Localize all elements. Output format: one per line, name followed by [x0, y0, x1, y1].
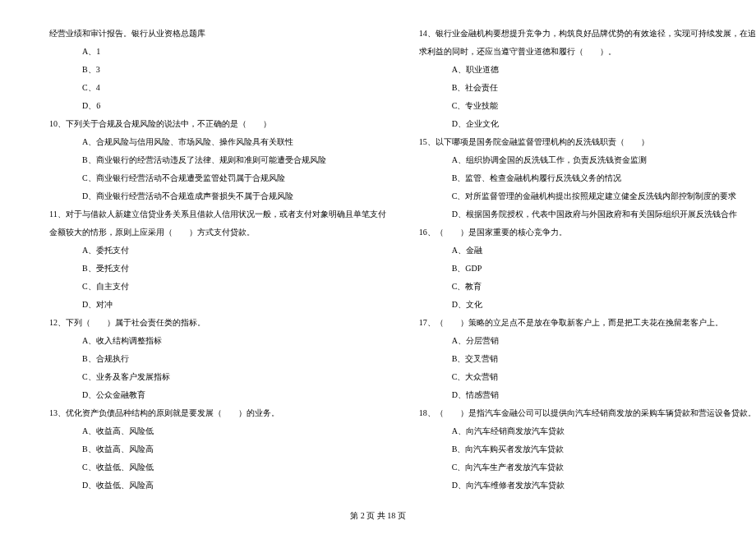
intro-text: 经营业绩和审计报告。银行从业资格总题库: [49, 25, 386, 43]
q13-option-b: B、收益高、风险高: [49, 440, 386, 458]
q13-option-a: A、收益高、风险低: [49, 422, 386, 440]
q13-option-c: C、收益低、风险低: [49, 458, 386, 476]
q16-stem: 16、（ ）是国家重要的核心竞争力。: [419, 223, 756, 242]
q18-option-a: A、向汽车经销商发放汽车贷款: [419, 422, 756, 440]
q11-option-c: C、自主支付: [49, 278, 386, 296]
q13-stem: 13、优化资产负债品种结构的原则就是要发展（ ）的业务。: [49, 404, 386, 422]
q16-option-b: B、GDP: [419, 260, 756, 278]
q9-option-b: B、3: [49, 61, 386, 79]
q9-option-c: C、4: [49, 79, 386, 97]
q16-option-d: D、文化: [419, 296, 756, 314]
q17-option-d: D、情感营销: [419, 386, 756, 404]
q14-stem: 14、银行业金融机构要想提升竞争力，构筑良好品牌优势的有效途径，实现可持续发展，…: [419, 25, 756, 43]
q11-stem-cont: 金额较大的情形，原则上应采用（ ）方式支付贷款。: [49, 223, 386, 242]
q10-option-d: D、商业银行经营活动不合规造成声誉损失不属于合规风险: [49, 187, 386, 205]
q9-option-d: D、6: [49, 97, 386, 115]
q12-option-b: B、合规执行: [49, 350, 386, 368]
q10-option-a: A、合规风险与信用风险、市场风险、操作风险具有关联性: [49, 133, 386, 151]
q15-option-d: D、根据国务院授权，代表中国政府与外国政府和有关国际组织开展反洗钱合作: [419, 205, 756, 223]
q10-stem: 10、下列关于合规及合规风险的说法中，不正确的是（ ）: [49, 115, 386, 133]
q11-option-b: B、受托支付: [49, 260, 386, 278]
left-column: 经营业绩和审计报告。银行从业资格总题库 A、1 B、3 C、4 D、6 10、下…: [49, 25, 386, 501]
q17-option-a: A、分层营销: [419, 332, 756, 350]
q12-option-c: C、业务及客户发展指标: [49, 368, 386, 386]
q17-option-b: B、交叉营销: [419, 350, 756, 368]
q18-stem: 18、（ ）是指汽车金融公司可以提供向汽车经销商发放的采购车辆贷款和营运设备贷款…: [419, 404, 756, 422]
q13-option-d: D、收益低、风险高: [49, 476, 386, 495]
q10-option-c: C、商业银行经营活动不合规遭受监管处罚属于合规风险: [49, 169, 386, 187]
q16-option-a: A、金融: [419, 242, 756, 260]
q14-option-b: B、社会责任: [419, 79, 756, 97]
q18-option-c: C、向汽车生产者发放汽车贷款: [419, 458, 756, 476]
q10-option-b: B、商业银行的经营活动违反了法律、规则和准则可能遭受合规风险: [49, 151, 386, 169]
q14-option-c: C、专业技能: [419, 97, 756, 115]
q18-option-d: D、向汽车维修者发放汽车贷款: [419, 476, 756, 495]
q15-option-b: B、监管、检查金融机构履行反洗钱义务的情况: [419, 169, 756, 187]
q15-stem: 15、以下哪项是国务院金融监督管理机构的反洗钱职责（ ）: [419, 133, 756, 151]
right-column: 14、银行业金融机构要想提升竞争力，构筑良好品牌优势的有效途径，实现可持续发展，…: [419, 25, 756, 501]
q11-option-d: D、对冲: [49, 296, 386, 314]
q14-option-a: A、职业道德: [419, 61, 756, 79]
q15-option-a: A、组织协调全国的反洗钱工作，负责反洗钱资金监测: [419, 151, 756, 169]
q15-option-c: C、对所监督管理的金融机构提出按照规定建立健全反洗钱内部控制制度的要求: [419, 187, 756, 205]
q14-stem-cont: 求利益的同时，还应当遵守普业道德和履行（ ）。: [419, 43, 756, 61]
q11-stem: 11、对于与借款人新建立信贷业务关系且借款人信用状况一般，或者支付对象明确且单笔…: [49, 205, 386, 223]
q14-option-d: D、企业文化: [419, 115, 756, 133]
q12-option-d: D、公众金融教育: [49, 386, 386, 404]
page-content: 经营业绩和审计报告。银行从业资格总题库 A、1 B、3 C、4 D、6 10、下…: [49, 25, 707, 501]
q11-option-a: A、委托支付: [49, 242, 386, 260]
q17-option-c: C、大众营销: [419, 368, 756, 386]
q18-option-b: B、向汽车购买者发放汽车贷款: [419, 440, 756, 458]
page-footer: 第 2 页 共 18 页: [0, 510, 756, 522]
q17-stem: 17、（ ）策略的立足点不是放在争取新客户上，而是把工夫花在挽留老客户上。: [419, 314, 756, 332]
q16-option-c: C、教育: [419, 278, 756, 296]
q12-stem: 12、下列（ ）属于社会责任类的指标。: [49, 314, 386, 332]
q12-option-a: A、收入结构调整指标: [49, 332, 386, 350]
q9-option-a: A、1: [49, 43, 386, 61]
